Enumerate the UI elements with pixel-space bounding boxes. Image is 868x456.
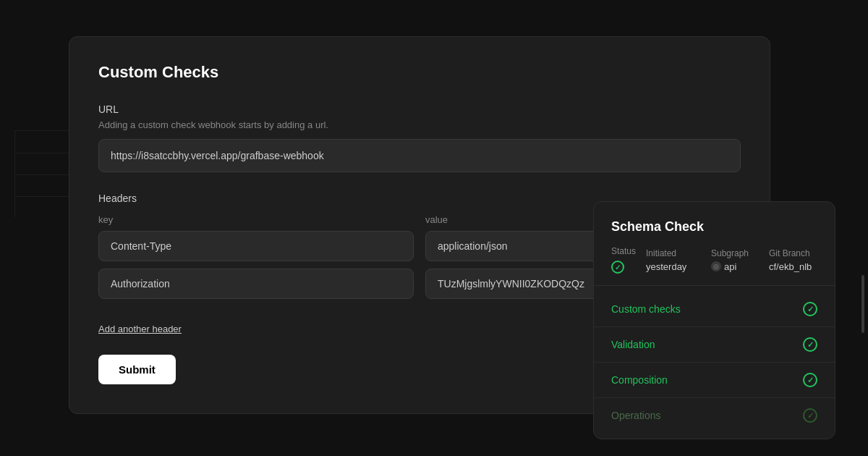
initiated-header: Initiated xyxy=(646,248,711,258)
check-label-custom: Custom checks xyxy=(611,303,681,315)
subgraph-value: api xyxy=(724,261,736,272)
check-item-validation[interactable]: Validation xyxy=(594,327,835,363)
git-branch-value: cf/ekb_nlb xyxy=(769,261,827,272)
check-item-custom[interactable]: Custom checks xyxy=(594,292,835,327)
check-label-validation: Validation xyxy=(611,339,655,350)
url-input[interactable] xyxy=(98,139,741,172)
subgraph-header: Subgraph xyxy=(711,248,769,258)
add-header-button[interactable]: Add another header xyxy=(98,324,182,334)
check-item-operations[interactable]: Operations xyxy=(594,398,835,433)
page-title: Custom Checks xyxy=(98,63,741,82)
subgraph-icon: ◎ xyxy=(711,261,721,271)
status-col: Status xyxy=(611,246,646,274)
check-icon-validation xyxy=(803,337,817,352)
url-section: URL Adding a custom check webhook starts… xyxy=(98,104,741,193)
schema-meta-row: Status Initiated yesterday Subgraph ◎ ap… xyxy=(594,246,835,286)
scroll-indicator xyxy=(861,275,864,333)
check-label-operations: Operations xyxy=(611,410,660,421)
checks-list: Custom checks Validation Composition Ope… xyxy=(594,286,835,439)
git-branch-header: Git Branch xyxy=(769,248,827,258)
subgraph-col: Subgraph ◎ api xyxy=(711,248,769,272)
check-icon-custom xyxy=(803,302,817,316)
check-label-composition: Composition xyxy=(611,374,668,386)
git-branch-col: Git Branch cf/ekb_nlb xyxy=(769,248,827,272)
initiated-value: yesterday xyxy=(646,261,711,272)
submit-button[interactable]: Submit xyxy=(98,355,176,384)
schema-check-panel: Schema Check Status Initiated yesterday … xyxy=(593,201,835,439)
check-icon-operations xyxy=(803,408,817,423)
status-icon xyxy=(611,261,624,274)
subgraph-value-row: ◎ api xyxy=(711,261,769,272)
check-icon-composition xyxy=(803,373,817,387)
url-description: Adding a custom check webhook starts by … xyxy=(98,119,741,130)
header-key-1[interactable] xyxy=(98,231,414,261)
key-column-label: key xyxy=(98,214,414,225)
check-item-composition[interactable]: Composition xyxy=(594,363,835,398)
grid-decoration xyxy=(14,130,72,217)
status-header: Status xyxy=(611,246,646,256)
schema-check-title: Schema Check xyxy=(594,219,835,246)
initiated-col: Initiated yesterday xyxy=(646,248,711,272)
header-key-2[interactable] xyxy=(98,269,414,299)
url-label: URL xyxy=(98,104,741,115)
